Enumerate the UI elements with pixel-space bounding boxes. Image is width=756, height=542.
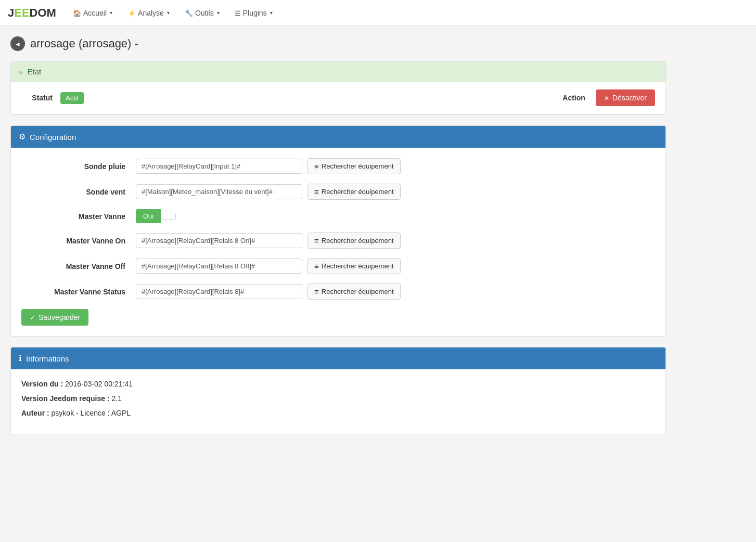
- master-vanne-on-rechercher-button[interactable]: Rechercher équipement: [307, 233, 401, 249]
- info-line-jeedom: Version Jeedom requise : 2.1: [21, 394, 655, 403]
- info-line-version: Version du : 2016-03-02 00:21:41: [21, 380, 655, 388]
- master-vanne-toggle: Oui: [136, 209, 176, 223]
- master-vanne-on-input[interactable]: [136, 233, 302, 248]
- etat-panel-header: Etat: [11, 62, 665, 82]
- brand-j: J: [8, 6, 14, 20]
- action-label: Action: [562, 94, 585, 102]
- status-row: Statut Actif Action Désactiver: [11, 82, 665, 114]
- master-vanne-off-row: Master Vanne Off Rechercher équipement: [21, 258, 655, 274]
- etat-panel: Etat Statut Actif Action Désactiver: [10, 61, 666, 115]
- page-title-area: arrosage (arrosage) -: [10, 36, 666, 51]
- nav-analyse-label: Analyse: [138, 9, 164, 17]
- brand-dom: DOM: [30, 6, 56, 20]
- nav-accueil[interactable]: Accueil ▾: [67, 5, 119, 21]
- master-vanne-status-rechercher-button[interactable]: Rechercher équipement: [307, 283, 401, 300]
- list-icon: [314, 162, 319, 171]
- brand-logo[interactable]: JEEDOM: [8, 6, 56, 20]
- info-auteur-value: psykok - Licence : AGPL: [49, 409, 131, 417]
- nav-outils-label: Outils: [195, 9, 214, 17]
- circle-icon: [19, 67, 23, 76]
- informations-header-label: Informations: [26, 354, 69, 363]
- list-icon-3: [314, 236, 319, 245]
- sonde-pluie-label: Sonde pluie: [21, 162, 125, 171]
- toggle-non-button[interactable]: [161, 213, 176, 220]
- master-vanne-status-input[interactable]: [136, 284, 302, 299]
- sonde-pluie-rechercher-label: Rechercher équipement: [322, 162, 394, 170]
- sonde-vent-row: Sonde vent Rechercher équipement: [21, 184, 655, 200]
- toggle-oui-button[interactable]: Oui: [136, 209, 161, 223]
- chart-icon: [127, 9, 136, 17]
- info-version-value: 2016-03-02 00:21:41: [63, 380, 133, 388]
- save-button[interactable]: Sauvegarder: [21, 309, 88, 326]
- info-auteur-label: Auteur :: [21, 409, 49, 417]
- master-vanne-on-row: Master Vanne On Rechercher équipement: [21, 233, 655, 249]
- back-button[interactable]: [10, 36, 25, 51]
- brand-ee: EE: [14, 6, 29, 20]
- master-vanne-off-rechercher-label: Rechercher équipement: [322, 262, 394, 270]
- sonde-vent-rechercher-label: Rechercher équipement: [322, 188, 394, 196]
- nav-accueil-caret: ▾: [110, 10, 112, 16]
- master-vanne-off-label: Master Vanne Off: [21, 262, 125, 270]
- nav-outils-caret: ▾: [217, 10, 220, 16]
- plugins-icon: [235, 9, 241, 17]
- nav-accueil-label: Accueil: [83, 9, 107, 17]
- info-version-label: Version du :: [21, 380, 63, 388]
- configuration-panel-body: Sonde pluie Rechercher équipement Sonde …: [11, 148, 665, 336]
- etat-header-label: Etat: [27, 67, 41, 76]
- statut-badge: Actif: [60, 92, 84, 104]
- action-area: Action Désactiver: [562, 89, 655, 106]
- home-icon: [73, 9, 81, 17]
- x-icon: [604, 94, 609, 102]
- nav-plugins[interactable]: Plugins ▾: [228, 5, 279, 21]
- sonde-vent-label: Sonde vent: [21, 188, 125, 196]
- back-icon: [15, 40, 21, 48]
- navbar: JEEDOM Accueil ▾ Analyse ▾ Outils ▾ Plug…: [0, 0, 756, 26]
- sonde-pluie-rechercher-button[interactable]: Rechercher équipement: [307, 158, 401, 174]
- master-vanne-off-input[interactable]: [136, 259, 302, 274]
- informations-panel-body: Version du : 2016-03-02 00:21:41 Version…: [11, 369, 665, 434]
- sonde-pluie-row: Sonde pluie Rechercher équipement: [21, 158, 655, 174]
- nav-plugins-label: Plugins: [243, 9, 267, 17]
- list-icon-5: [314, 287, 319, 296]
- master-vanne-label: Master Vanne: [21, 212, 125, 221]
- master-vanne-off-rechercher-button[interactable]: Rechercher équipement: [307, 258, 401, 274]
- master-vanne-on-rechercher-label: Rechercher équipement: [322, 237, 394, 244]
- statut-label: Statut: [21, 94, 53, 102]
- master-vanne-on-label: Master Vanne On: [21, 237, 125, 245]
- list-icon-2: [314, 187, 319, 196]
- master-vanne-row: Master Vanne Oui: [21, 209, 655, 223]
- sonde-pluie-input[interactable]: [136, 159, 302, 174]
- nav-plugins-caret: ▾: [270, 10, 273, 16]
- main-content: arrosage (arrosage) - Etat Statut Actif …: [0, 26, 676, 455]
- informations-panel: Informations Version du : 2016-03-02 00:…: [10, 347, 666, 434]
- nav-analyse-caret: ▾: [167, 10, 170, 16]
- desactiver-label: Désactiver: [612, 94, 647, 102]
- nav-items: Accueil ▾ Analyse ▾ Outils ▾ Plugins ▾: [67, 5, 279, 21]
- sonde-vent-input[interactable]: [136, 184, 302, 199]
- gear-icon: [19, 132, 25, 141]
- list-icon-4: [314, 262, 319, 270]
- info-icon: [19, 354, 22, 363]
- configuration-header-label: Configuration: [30, 133, 76, 141]
- configuration-panel-header: Configuration: [11, 126, 665, 148]
- save-label: Sauvegarder: [39, 313, 80, 321]
- tools-icon: [185, 9, 193, 17]
- info-line-auteur: Auteur : psykok - Licence : AGPL: [21, 409, 655, 417]
- nav-outils[interactable]: Outils ▾: [178, 5, 226, 21]
- informations-panel-header: Informations: [11, 347, 665, 369]
- info-jeedom-label: Version Jeedom requise :: [21, 394, 110, 403]
- sonde-vent-rechercher-button[interactable]: Rechercher équipement: [307, 184, 401, 200]
- nav-analyse[interactable]: Analyse ▾: [121, 5, 176, 21]
- master-vanne-status-rechercher-label: Rechercher équipement: [322, 288, 394, 295]
- check-icon: [30, 313, 35, 321]
- master-vanne-status-label: Master Vanne Status: [21, 288, 125, 296]
- page-title: arrosage (arrosage) -: [30, 37, 138, 50]
- desactiver-button[interactable]: Désactiver: [596, 89, 655, 106]
- configuration-panel: Configuration Sonde pluie Rechercher équ…: [10, 125, 666, 337]
- master-vanne-status-row: Master Vanne Status Rechercher équipemen…: [21, 283, 655, 300]
- info-jeedom-value: 2.1: [110, 394, 122, 403]
